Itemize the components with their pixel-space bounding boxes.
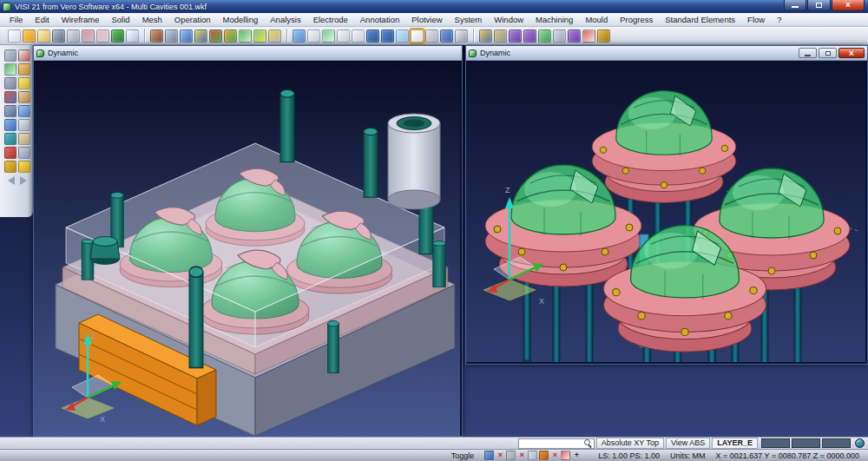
menu-item-flow[interactable]: Flow xyxy=(741,13,771,26)
sketch-pencil-icon[interactable] xyxy=(18,63,30,76)
dimension-ruler-icon[interactable] xyxy=(18,133,30,145)
save-icon[interactable] xyxy=(52,30,65,43)
standard-parts-icon[interactable] xyxy=(597,30,610,43)
blue-doc-icon[interactable] xyxy=(18,105,30,117)
layer-swatch-2[interactable] xyxy=(792,438,820,448)
print-icon[interactable] xyxy=(67,30,80,43)
pin-tool-3-icon[interactable] xyxy=(568,30,581,43)
menu-item-edit[interactable]: Edit xyxy=(29,13,55,26)
open-folder-icon[interactable] xyxy=(23,30,36,43)
solid-body-3-icon[interactable] xyxy=(352,30,365,43)
zoom-extents-icon[interactable] xyxy=(268,30,281,43)
menu-item-system[interactable]: System xyxy=(449,13,489,26)
snap-frame-icon[interactable] xyxy=(4,63,16,76)
forward-arrow-icon[interactable] xyxy=(20,176,27,185)
active-layer-field[interactable]: LAYER_E xyxy=(712,438,758,449)
print-plot-icon[interactable] xyxy=(82,30,95,43)
layer-swatch-3[interactable] xyxy=(822,438,851,448)
new-document-icon[interactable] xyxy=(8,30,21,43)
solid-body-blue-1-icon[interactable] xyxy=(366,30,379,43)
solid-body-blue-2-icon[interactable] xyxy=(381,30,394,43)
pin-tool-2-icon[interactable] xyxy=(523,30,536,43)
layer-swatch-1[interactable] xyxy=(761,438,790,448)
snap-off-3-icon[interactable]: × xyxy=(550,451,559,460)
menu-item-plotview[interactable]: Plotview xyxy=(405,13,448,26)
menu-item-window[interactable]: Window xyxy=(488,13,529,26)
menu-item-file[interactable]: File xyxy=(3,13,29,26)
minimize-button[interactable] xyxy=(784,0,806,11)
toggle-label[interactable]: Toggle xyxy=(451,451,475,460)
solid-body-2-icon[interactable] xyxy=(337,30,350,43)
viewport-restore-button[interactable] xyxy=(819,48,837,58)
menu-item-mould[interactable]: Mould xyxy=(579,13,614,26)
viewport-left-titlebar[interactable]: Dynamic xyxy=(34,46,462,61)
stamp-tool-icon[interactable] xyxy=(494,30,507,43)
zoom-window-icon[interactable] xyxy=(194,30,207,43)
edit-pencil-icon[interactable] xyxy=(18,91,30,103)
screen-edit-icon[interactable] xyxy=(4,105,16,117)
menu-item-standard-elements[interactable]: Standard Elements xyxy=(659,13,741,26)
solid-body-1-icon[interactable] xyxy=(307,30,320,43)
refresh-view-icon[interactable] xyxy=(4,119,16,131)
snap-off-1-icon[interactable]: × xyxy=(496,451,504,460)
render-icon[interactable] xyxy=(111,30,124,43)
menu-item-wireframe[interactable]: Wireframe xyxy=(56,13,106,26)
zoom-dynamic-icon[interactable] xyxy=(180,30,193,43)
solid-body-green-icon[interactable] xyxy=(322,30,335,43)
rotate-view-icon[interactable] xyxy=(239,30,252,43)
report-chart-icon[interactable] xyxy=(4,161,16,173)
wcs-tool-icon[interactable] xyxy=(4,91,16,103)
compass-tool-icon[interactable] xyxy=(18,147,30,159)
refresh-solid-icon[interactable] xyxy=(293,30,306,43)
more-options-icon[interactable]: + xyxy=(572,451,581,460)
shaded-view-icon[interactable] xyxy=(224,30,237,43)
mail-send-icon[interactable] xyxy=(18,161,30,173)
solid-body-active-icon[interactable] xyxy=(411,30,424,43)
group-solids-icon[interactable] xyxy=(553,30,566,43)
split-view-icon[interactable] xyxy=(126,30,139,43)
viewport-right-titlebar[interactable]: Dynamic × xyxy=(466,46,867,61)
viewport-right-3d-scene[interactable]: Z X xyxy=(466,61,865,362)
profile-snap-icon[interactable] xyxy=(528,451,537,460)
assembly-tree-icon[interactable] xyxy=(479,30,492,43)
solid-body-light-blue-icon[interactable] xyxy=(396,30,409,43)
menu-item-operation[interactable]: Operation xyxy=(168,13,217,26)
solid-pick-icon[interactable] xyxy=(455,30,468,43)
box-select-icon[interactable] xyxy=(539,451,549,460)
viewport-minimize-button[interactable] xyxy=(799,48,817,58)
viewport-close-button[interactable]: × xyxy=(838,48,865,58)
menu-item-mesh[interactable]: Mesh xyxy=(136,13,168,26)
help-query-icon[interactable] xyxy=(4,133,16,145)
solid-body-grey-icon[interactable] xyxy=(425,30,438,43)
viewport-left-3d-scene[interactable]: Z X xyxy=(34,61,460,436)
solid-paste-icon[interactable] xyxy=(440,30,453,43)
note-tool-icon[interactable] xyxy=(18,77,30,89)
grid-snap-icon[interactable] xyxy=(506,451,516,460)
delete-trash-icon[interactable] xyxy=(4,147,16,159)
maximize-button[interactable] xyxy=(807,0,831,11)
select-tool-icon[interactable] xyxy=(4,49,16,62)
mesh-tool-icon[interactable] xyxy=(4,77,16,89)
menu-item-analysis[interactable]: Analysis xyxy=(264,13,306,26)
menu-item-annotation[interactable]: Annotation xyxy=(354,13,405,26)
camera-view-icon[interactable] xyxy=(165,30,178,43)
workplane-globe-icon[interactable] xyxy=(855,438,865,448)
back-arrow-icon[interactable] xyxy=(8,176,15,185)
close-button[interactable]: × xyxy=(832,0,865,11)
view-mode-button[interactable]: Absolute XY Top xyxy=(596,438,664,449)
menu-item-solid[interactable]: Solid xyxy=(106,13,136,26)
export-step-icon[interactable] xyxy=(538,30,551,43)
menu-item-electrode[interactable]: Electrode xyxy=(307,13,354,26)
menu-item-progress[interactable]: Progress xyxy=(614,13,659,26)
snap-off-2-icon[interactable]: × xyxy=(517,451,526,460)
menu-item-modelling[interactable]: Modelling xyxy=(217,13,265,26)
open-model-icon[interactable] xyxy=(37,30,50,43)
pan-view-icon[interactable] xyxy=(253,30,266,43)
redraw-icon[interactable] xyxy=(150,30,163,43)
pin-tool-1-icon[interactable] xyxy=(509,30,522,43)
menu-item-machining[interactable]: Machining xyxy=(529,13,579,26)
view-traffic-light-icon[interactable] xyxy=(209,30,222,43)
search-input[interactable] xyxy=(519,439,584,447)
toggle-window-icon[interactable] xyxy=(484,451,494,460)
frame-snap-icon[interactable] xyxy=(561,451,570,460)
